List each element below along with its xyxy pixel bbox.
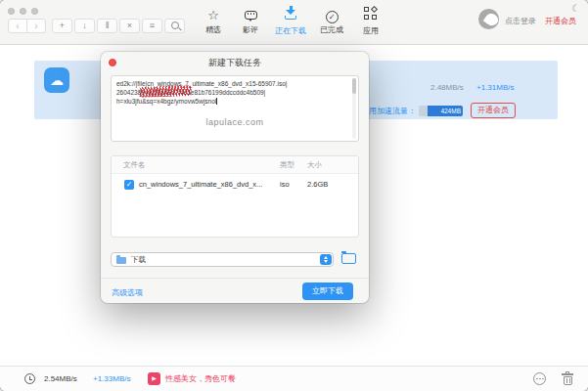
download-arrow-icon (284, 6, 298, 21)
resume-all-button[interactable]: ↓ (74, 19, 95, 33)
destination-select[interactable]: 下载 (111, 252, 334, 267)
sort-list-button[interactable]: ≡ (142, 19, 162, 33)
tab-reviews-label: 影评 (231, 25, 270, 34)
delete-task-button[interactable]: × (119, 19, 140, 33)
tab-downloading[interactable]: 正在下载 (269, 6, 312, 41)
browse-folder-button[interactable] (341, 253, 356, 264)
tab-featured-label: 精选 (194, 25, 233, 34)
pause-all-button[interactable]: ‖ (97, 19, 117, 33)
ad-icon[interactable]: ▶ (148, 372, 160, 385)
grid-icon (364, 7, 378, 21)
text-caret (216, 98, 217, 105)
file-checkbox[interactable]: ✓ (124, 180, 134, 190)
night-mode-moon-icon[interactable]: ☾ (571, 3, 580, 14)
check-circle-icon: ✓ (326, 11, 339, 23)
dialog-title: 新建下载任务 (101, 57, 369, 69)
ad-link[interactable]: 性感美女，秀色可餐 (165, 374, 236, 384)
file-type: iso (280, 174, 290, 196)
url-textarea[interactable]: ed2k://|file|cn_windows_7_ultimate_x86_d… (111, 75, 359, 142)
open-vip-button[interactable]: 开通会员 (471, 103, 516, 118)
tab-completed[interactable]: ✓ 已完成 (312, 6, 351, 41)
tab-reviews[interactable]: 影评 (231, 6, 270, 41)
search-icon (169, 20, 181, 31)
boost-quota-label: 用加速流量： (369, 107, 416, 116)
total-boost-speed: +1.33MB/s (93, 374, 130, 384)
task-boost-speed: +1.31MB/s (476, 83, 514, 93)
login-link[interactable]: 点击登录 (505, 17, 536, 26)
file-row[interactable]: ✓ cn_windows_7_ultimate_x86_dvd_x... iso… (112, 174, 358, 196)
back-button[interactable]: ‹ (8, 19, 27, 33)
tab-apps[interactable]: 应用 (351, 6, 390, 41)
forward-button[interactable]: › (26, 19, 46, 33)
total-download-speed: 2.54MB/s (44, 374, 77, 384)
col-size: 大小 (307, 156, 322, 174)
clock-icon (24, 373, 35, 384)
textarea-scrollbar[interactable] (352, 78, 356, 139)
destination-folder-label: 下载 (131, 253, 146, 267)
file-list-panel: 文件名 类型 大小 ✓ cn_windows_7_ultimate_x86_dv… (111, 155, 359, 238)
search-button[interactable] (164, 19, 185, 33)
window-zoom-button[interactable] (31, 8, 38, 15)
dialog-divider (101, 278, 369, 279)
star-icon: ☆ (207, 8, 219, 22)
file-list-header: 文件名 类型 大小 (112, 156, 358, 174)
col-type: 类型 (280, 156, 294, 174)
task-download-speed: 2.48MB/s (430, 83, 464, 93)
file-name: cn_windows_7_ultimate_x86_dvd_x... (139, 174, 262, 196)
tab-downloading-label: 正在下载 (269, 26, 312, 35)
titlebar: ‹ › + ↓ ‖ × ≡ ☆ 精选 影评 正在下载 ✓ 已完成 应用 点击登录… (0, 0, 588, 45)
advanced-options-link[interactable]: 高级选项 (112, 287, 143, 298)
tab-featured[interactable]: ☆ 精选 (194, 6, 233, 41)
folder-icon (116, 257, 126, 264)
feedback-icon[interactable] (533, 372, 546, 385)
app-window: ‹ › + ↓ ‖ × ≡ ☆ 精选 影评 正在下载 ✓ 已完成 应用 点击登录… (0, 0, 588, 391)
boost-quota-value: 424MB (428, 106, 463, 116)
trash-icon[interactable] (562, 371, 573, 386)
download-now-button[interactable]: 立即下载 (302, 282, 353, 300)
window-minimize-button[interactable] (20, 8, 26, 15)
new-download-dialog: 新建下载任务 ed2k://|file|cn_windows_7_ultimat… (101, 52, 369, 303)
speech-bubble-icon (245, 11, 257, 20)
col-filename: 文件名 (123, 156, 146, 174)
open-vip-link[interactable]: 开通会员 (545, 17, 576, 26)
tab-apps-label: 应用 (351, 26, 390, 35)
boost-quota-progressbar: 424MB (419, 106, 463, 116)
cloud-file-icon: ☁ (44, 67, 69, 93)
add-task-button[interactable]: + (52, 19, 72, 33)
file-size: 2.6GB (307, 174, 328, 196)
app-logo-bird-icon (478, 9, 499, 29)
select-stepper-icon[interactable] (320, 254, 332, 265)
url-line-3: h=xlu3jfu&sq=x4bgz/ymovw5wjsnol (116, 98, 217, 105)
censor-scribble-overlay (139, 85, 192, 98)
tab-completed-label: 已完成 (312, 25, 351, 34)
status-bar: 2.54MB/s +1.33MB/s ▶ 性感美女，秀色可餐 (0, 366, 588, 391)
watermark-text: lapulace.com (112, 117, 358, 127)
window-close-button[interactable] (8, 8, 15, 15)
